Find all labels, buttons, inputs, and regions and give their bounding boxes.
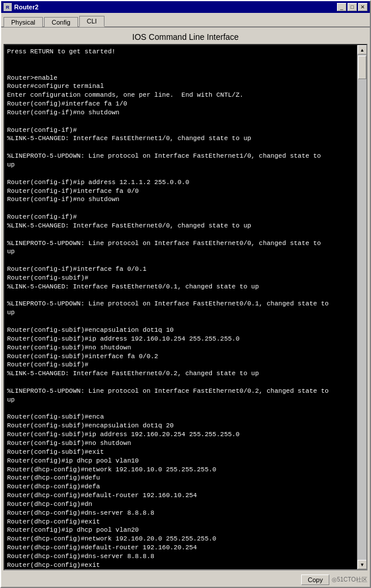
copy-button[interactable]: Copy — [301, 575, 329, 585]
close-button[interactable]: ✕ — [358, 3, 367, 11]
main-window: R Router2 _ □ ✕ Physical Config CLI IOS … — [0, 0, 371, 588]
app-icon: R — [4, 3, 12, 11]
title-bar: R Router2 _ □ ✕ — [1, 1, 370, 13]
title-controls: _ □ ✕ — [337, 3, 367, 11]
scroll-down-button[interactable]: ▼ — [357, 560, 367, 569]
window-title: Router2 — [14, 4, 39, 11]
terminal-wrapper: Press RETURN to get started! Router>enab… — [4, 44, 367, 570]
tab-physical[interactable]: Physical — [4, 17, 43, 27]
terminal-output[interactable]: Press RETURN to get started! Router>enab… — [5, 45, 357, 569]
scroll-thumb[interactable] — [358, 56, 366, 79]
tab-bar: Physical Config CLI — [1, 13, 370, 28]
scroll-up-button[interactable]: ▲ — [357, 45, 367, 55]
bottom-bar: Copy ◎51CTO社区 — [1, 573, 370, 587]
title-bar-text: R Router2 — [4, 3, 39, 11]
watermark: ◎51CTO社区 — [332, 576, 367, 584]
scroll-track[interactable] — [357, 55, 366, 560]
content-area: IOS Command Line Interface Press RETURN … — [1, 28, 370, 573]
minimize-button[interactable]: _ — [337, 3, 346, 11]
vertical-scrollbar[interactable]: ▲ ▼ — [357, 45, 366, 569]
ios-title: IOS Command Line Interface — [4, 30, 367, 44]
tab-config[interactable]: Config — [44, 17, 78, 27]
tab-cli[interactable]: CLI — [79, 16, 104, 27]
maximize-button[interactable]: □ — [348, 3, 357, 11]
